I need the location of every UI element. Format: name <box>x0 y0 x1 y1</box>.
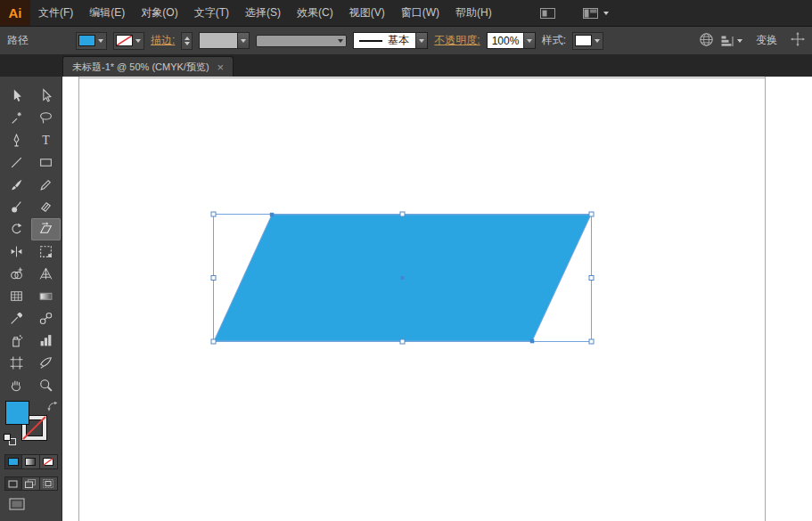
lasso-tool[interactable] <box>31 107 61 129</box>
gradient-tool[interactable] <box>31 285 61 307</box>
line-segment-tool-icon <box>9 155 24 170</box>
svg-text:T: T <box>42 134 50 147</box>
shear-tool[interactable] <box>31 218 61 240</box>
close-tab-icon[interactable]: × <box>217 61 225 73</box>
perspective-grid-tool[interactable] <box>31 263 61 285</box>
fill-swatch[interactable] <box>5 401 29 425</box>
rectangle-tool-icon <box>38 155 53 170</box>
menu-window[interactable]: 窗口(W) <box>393 0 447 26</box>
opacity-label[interactable]: 不透明度: <box>434 33 480 48</box>
draw-normal-icon <box>8 480 18 488</box>
opacity-dropdown[interactable]: 100% <box>487 32 536 49</box>
canvas-area[interactable] <box>62 77 812 521</box>
perspective-grid-tool-icon <box>38 266 53 281</box>
draw-inside-icon <box>43 479 53 488</box>
shape-builder-tool[interactable] <box>2 263 31 285</box>
artboard-tool[interactable] <box>2 352 31 374</box>
selection-tool[interactable] <box>2 85 31 107</box>
color-mode-button[interactable] <box>4 454 22 469</box>
draw-behind-button[interactable] <box>22 476 40 491</box>
slice-tool[interactable] <box>31 352 61 374</box>
drawing-mode-buttons <box>4 476 58 491</box>
draw-behind-icon <box>25 479 36 488</box>
screen-mode-button[interactable] <box>9 498 25 513</box>
workspace-switcher-icon[interactable] <box>582 6 609 20</box>
illustrator-window: { "app": { "logo_text": "Ai" }, "menubar… <box>0 0 812 521</box>
eyedropper-tool[interactable] <box>2 307 31 330</box>
magic-wand-tool[interactable] <box>2 107 31 129</box>
shape-builder-tool-icon <box>9 266 24 281</box>
menu-effect[interactable]: 效果(C) <box>289 0 341 26</box>
type-tool-icon: T <box>38 133 53 148</box>
menu-view[interactable]: 视图(V) <box>341 0 393 26</box>
blob-brush-tool-icon <box>9 199 24 215</box>
eraser-tool[interactable] <box>31 196 61 218</box>
style-dropdown[interactable] <box>572 32 603 50</box>
mesh-tool[interactable] <box>2 285 31 307</box>
type-tool[interactable]: T <box>31 129 61 151</box>
zoom-tool[interactable] <box>31 374 61 396</box>
rectangle-tool[interactable] <box>31 151 61 174</box>
symbol-sprayer-tool[interactable] <box>2 330 31 352</box>
symbol-sprayer-tool-icon <box>9 333 24 348</box>
draw-inside-button[interactable] <box>40 476 58 491</box>
blend-tool[interactable] <box>31 307 61 330</box>
column-graph-tool[interactable] <box>31 330 61 352</box>
brush-definition-value: 基本 <box>388 33 415 48</box>
opacity-value: 100% <box>488 35 523 47</box>
width-tool[interactable] <box>2 240 31 263</box>
column-graph-tool-icon <box>38 333 53 348</box>
align-dropdown[interactable] <box>720 35 742 47</box>
style-label: 样式: <box>542 33 566 48</box>
menu-edit[interactable]: 编辑(E) <box>81 0 133 26</box>
paintbrush-tool-icon <box>9 177 24 192</box>
align-icon <box>720 35 734 47</box>
stroke-weight-stepper[interactable] <box>181 32 193 50</box>
blend-tool-icon <box>38 311 53 326</box>
artboard-tool-icon <box>9 355 24 370</box>
app-logo: Ai <box>0 0 30 26</box>
pen-tool[interactable] <box>2 129 31 151</box>
stroke-weight-label[interactable]: 描边: <box>151 33 175 48</box>
menu-bar: Ai 文件(F) 编辑(E) 对象(O) 文字(T) 选择(S) 效果(C) 视… <box>0 0 812 27</box>
shear-tool-icon <box>38 222 53 237</box>
selection-tool-icon <box>9 88 24 103</box>
swap-fill-stroke-icon[interactable] <box>47 401 58 414</box>
context-label: 路径 <box>7 33 29 48</box>
menu-type[interactable]: 文字(T) <box>186 0 237 26</box>
document-tab[interactable]: 未标题-1* @ 50% (CMYK/预览) × <box>62 56 234 77</box>
line-segment-tool[interactable] <box>2 151 31 174</box>
free-transform-tool-icon <box>38 244 53 259</box>
gradient-mode-button[interactable] <box>22 454 40 469</box>
hand-tool[interactable] <box>2 374 31 396</box>
rotate-tool[interactable] <box>2 218 31 240</box>
gradient-tool-icon <box>38 289 53 304</box>
default-fill-stroke-icon[interactable] <box>4 434 16 445</box>
menu-select[interactable]: 选择(S) <box>237 0 289 26</box>
none-mode-button[interactable] <box>40 454 58 469</box>
direct-selection-tool-icon <box>38 88 53 103</box>
blob-brush-tool[interactable] <box>2 196 31 218</box>
recolor-artwork-icon[interactable] <box>699 32 714 50</box>
menu-object[interactable]: 对象(O) <box>133 0 185 26</box>
pencil-tool[interactable] <box>31 174 61 196</box>
free-transform-tool[interactable] <box>31 240 61 263</box>
menu-help[interactable]: 帮助(H) <box>447 0 500 26</box>
menu-file[interactable]: 文件(F) <box>30 0 81 26</box>
arrange-documents-icon[interactable] <box>539 6 557 20</box>
fill-color-dropdown[interactable] <box>76 32 107 50</box>
brush-definition-dropdown[interactable]: 基本 <box>353 32 428 49</box>
eraser-tool-icon <box>38 199 53 215</box>
draw-normal-button[interactable] <box>4 476 22 491</box>
direct-selection-tool[interactable] <box>31 85 61 107</box>
transform-link[interactable]: 变换 <box>756 33 777 48</box>
none-swatch <box>43 458 53 466</box>
stroke-weight-dropdown[interactable] <box>199 32 250 49</box>
variable-width-profile-dropdown[interactable] <box>256 35 347 47</box>
pencil-tool-icon <box>38 177 53 192</box>
crosshair-arrows-icon[interactable] <box>791 32 805 49</box>
slice-tool-icon <box>38 355 53 370</box>
rotate-tool-icon <box>9 222 24 237</box>
paintbrush-tool[interactable] <box>2 174 31 196</box>
stroke-color-dropdown[interactable] <box>113 32 144 50</box>
